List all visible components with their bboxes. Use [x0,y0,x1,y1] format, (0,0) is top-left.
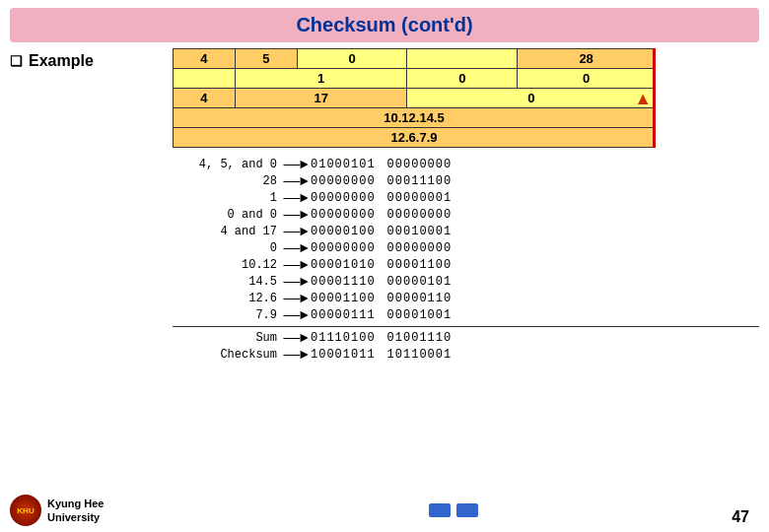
university-logo-area: KHU Kyung Hee University [10,495,148,526]
table-row: 12.6.7.9 [174,128,656,148]
example-label: Example [10,52,173,70]
table-row: 4 17 0 [174,89,656,108]
university-logo: KHU [10,495,41,526]
binary-row-2: 28 ——► 00000000 00011100 [173,173,759,189]
binary-row-8: 14.5 ——► 00001110 00000101 [173,274,759,290]
footer: KHU Kyung Hee University 47 [0,495,769,526]
binary-section: 4, 5, and 0 ——► 01000101 00000000 28 ——►… [173,157,759,363]
checksum-table: 4 5 0 28 1 0 0 4 17 0 [173,48,656,148]
binary-row-4: 0 and 0 ——► 00000000 00000000 [173,207,759,223]
binary-row-6: 0 ——► 00000000 00000000 [173,240,759,256]
blue-rect-right [456,503,478,517]
title-bar: Checksum (cont'd) [10,8,759,42]
table-row: 4 5 0 28 [174,49,656,69]
binary-row-7: 10.12 ——► 00001010 00001100 [173,257,759,273]
checksum-table-section: 4 5 0 28 1 0 0 4 17 0 [173,48,759,151]
blue-rect-left [429,503,451,517]
table-row: 1 0 0 [174,69,656,89]
binary-row-9: 12.6 ——► 00001100 00000110 [173,291,759,306]
binary-row-3: 1 ——► 00000000 00000001 [173,190,759,206]
table-row: 10.12.14.5 [174,108,656,128]
sum-row: Sum ——► 01110100 01001110 [173,330,759,346]
binary-row-10: 7.9 ——► 00000111 00001001 [173,307,759,323]
binary-row-1: 4, 5, and 0 ——► 01000101 00000000 [173,157,759,172]
footer-mid [148,503,759,517]
page-title: Checksum (cont'd) [296,14,472,35]
red-vertical-line [653,48,656,148]
binary-row-5: 4 and 17 ——► 00000100 00010001 [173,224,759,239]
up-arrow-icon: ▲ [634,88,652,108]
university-name: Kyung Hee University [47,497,104,525]
page-number: 47 [732,508,749,526]
checksum-row: Checksum ——► 10001011 10110001 [173,347,759,363]
